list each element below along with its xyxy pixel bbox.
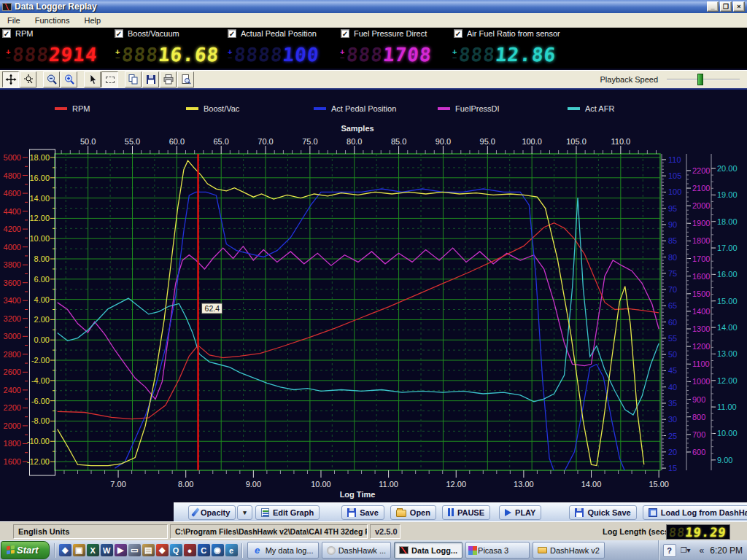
dynamic-zoom-button[interactable] [20,71,36,88]
svg-text:95: 95 [668,204,677,213]
svg-text:9.00: 9.00 [717,456,732,464]
play-button[interactable]: PLAY [499,505,541,520]
svg-text:1800: 1800 [692,236,710,245]
svg-text:15: 15 [668,464,677,472]
checkbox-4[interactable]: ✓ [341,29,349,38]
taskbar-task-2[interactable]: DashHawk ... [322,542,391,559]
print-preview-button[interactable] [177,71,194,88]
selection-rectangle-icon [106,77,115,83]
minus-sign: − [6,55,10,61]
save-button[interactable]: Save [341,505,384,520]
quicklaunch-browser-icon[interactable]: ● [184,544,196,556]
channel-label-3: Actual Pedal Position [241,29,317,38]
svg-text:2000: 2000 [692,201,710,210]
taskbar-task-3[interactable]: Data Logg... [394,542,462,559]
quicklaunch-copernic-icon[interactable]: C [198,544,210,556]
dynamic-zoom-icon [23,74,34,85]
quicklaunch-ie-icon[interactable]: e [225,544,238,556]
lcd-dim-digits: 888 [12,44,50,66]
svg-text:2600: 2600 [4,368,21,376]
menu-item-help[interactable]: Help [77,15,108,26]
menu-item-functions[interactable]: Functions [28,15,77,26]
svg-text:4400: 4400 [4,207,21,216]
opacity-dropdown-button[interactable]: ▾ [237,505,252,520]
save-button[interactable] [142,71,159,88]
taskbar-separator [54,543,55,558]
svg-text:85: 85 [668,236,677,245]
print-button[interactable] [160,71,177,88]
quicklaunch-quicktime-icon[interactable]: Q [170,544,182,556]
taskbar: Start◈▣XW▶▭▤◆Q●C◉eeMy data log...DashHaw… [0,540,747,560]
quicklaunch-media-icon[interactable]: ▶ [115,544,127,556]
svg-text:900: 900 [692,395,705,404]
channel-label-2: Boost/Vacuum [128,29,179,38]
start-button[interactable]: Start [1,541,50,559]
svg-text:13.00: 13.00 [514,480,534,489]
zoom-out-button[interactable] [43,71,60,88]
cursor-tooltip: 62.4 [202,303,222,314]
lcd-digits: 88816.68 [121,44,220,66]
save-icon [145,74,157,85]
svg-text:-2.00: -2.00 [31,356,50,365]
svg-text:8.00: 8.00 [34,254,50,263]
svg-text:2.00: 2.00 [34,315,50,324]
checkbox-5[interactable]: ✓ [454,29,462,38]
quicklaunch-player-icon[interactable]: ◉ [212,544,224,556]
cursor-tool-button[interactable] [84,71,101,88]
svg-text:110: 110 [668,155,681,164]
channel-label-4: Fuel Pressure Direct [354,29,427,38]
quicklaunch-notes-icon[interactable]: ▤ [142,544,155,556]
minimize-button[interactable]: _ [707,1,719,12]
pan-tool-button[interactable] [2,71,19,88]
chart[interactable]: Samples50.055.060.065.070.075.080.085.09… [0,90,747,502]
quicklaunch-word-icon[interactable]: W [101,544,113,556]
quicklaunch-show-desktop-icon[interactable]: ▭ [128,544,141,556]
lcd-sign-indicator: +− [6,49,10,61]
dropdown-arrow-icon: ▾ [243,509,247,516]
lcd-display-row: +−8882914+−88816.68+−8888100+−8881708+−8… [0,41,747,69]
lcd-lit-digits: 1708 [382,44,433,66]
tray-chevron-icon[interactable]: « [700,545,705,556]
titlebar[interactable]: Data Logger Replay _ ❐ × [0,0,747,13]
checkbox-1[interactable]: ✓ [2,29,11,38]
lcd-display-2: +−88816.68 [115,42,220,67]
edit-graph-button[interactable]: Edit Graph [255,505,320,520]
svg-text:11.00: 11.00 [379,480,398,489]
menu-item-file[interactable]: File [0,15,28,26]
taskbar-task-5[interactable]: DashHawk v2 [533,542,605,559]
help-tray-button[interactable]: ? [663,544,676,557]
restore-button[interactable]: ❐ [720,1,732,12]
playback-speed-slider-thumb[interactable] [697,74,703,85]
zoom-out-icon [46,74,58,85]
opacity-button[interactable]: Opacity [188,505,236,520]
svg-text:1100: 1100 [692,359,710,368]
quicklaunch-excel-icon[interactable]: X [87,544,99,556]
close-button[interactable]: × [733,1,745,12]
playback-speed-slider[interactable] [667,79,740,80]
checkbox-2[interactable]: ✓ [115,29,123,38]
zoom-in-button[interactable] [61,71,77,88]
taskbar-task-4[interactable]: Picasa 3 [465,542,530,559]
open-button[interactable]: Open [390,505,436,520]
taskbar-task-1[interactable]: eMy data log... [247,542,319,559]
svg-text:4600: 4600 [4,189,21,198]
quicklaunch-picasa-icon[interactable]: ◆ [156,544,169,556]
copy-button[interactable] [125,71,142,88]
svg-text:11.00: 11.00 [717,402,737,411]
quicklaunch-messenger-icon[interactable]: ◈ [59,544,71,556]
taskbar-separator [241,543,243,558]
checkbox-3[interactable]: ✓ [228,29,236,38]
floppy-icon [347,508,356,517]
lcd-display-5: +−88812.86 [452,42,557,67]
svg-text:105: 105 [668,171,681,180]
svg-text:12.00: 12.00 [29,214,50,222]
lcd-lit-digits: 2914 [48,44,98,66]
load-log-button[interactable]: Load Log from DashHawk [643,505,747,520]
quick-save-button[interactable]: Quick Save [569,505,636,520]
quicklaunch-folder-icon[interactable]: ▣ [73,544,85,556]
pause-button[interactable]: PAUSE [442,505,490,520]
select-region-button[interactable] [101,71,118,88]
svg-text:5000: 5000 [4,153,21,162]
layout-tray-icon[interactable]: ❐▾ [681,546,691,554]
fuelpress-axis: 2200210020001900180017001600150014001300… [686,154,710,470]
